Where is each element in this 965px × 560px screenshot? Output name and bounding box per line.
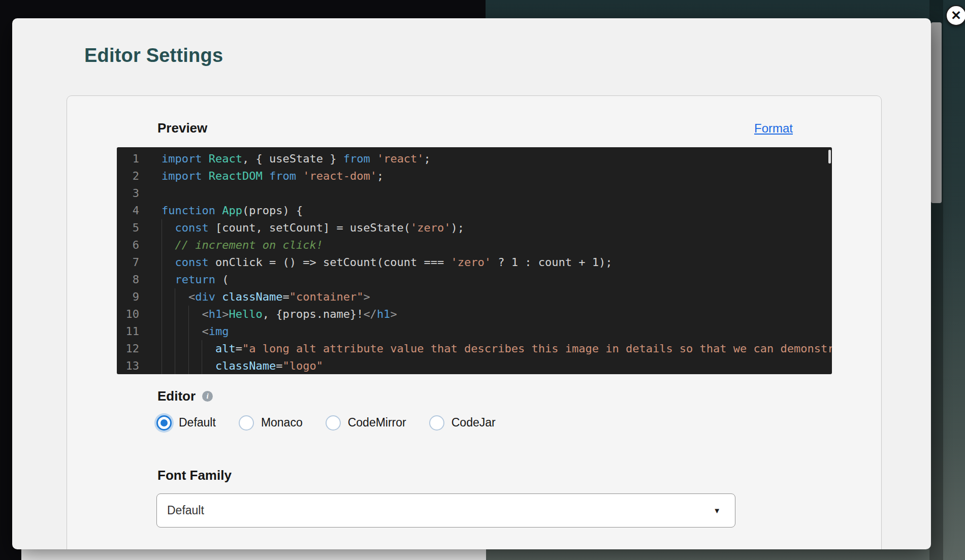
indent-guide: [162, 288, 175, 306]
indent-guide: [175, 323, 188, 340]
indent-guide: [188, 340, 202, 357]
close-icon: ✕: [951, 8, 961, 23]
indent-guide: [202, 357, 215, 374]
radio-unselected-icon[interactable]: [429, 415, 444, 431]
indent-guide: [188, 323, 202, 340]
radio-unselected-icon[interactable]: [326, 415, 341, 431]
indent-guide: [162, 323, 175, 340]
indent-guide: [162, 357, 175, 374]
code-line-1: 1import React, { useState } from 'react'…: [117, 150, 832, 168]
settings-panel: Preview Format 1import React, { useState…: [67, 95, 882, 549]
indent-guide: [162, 237, 175, 254]
page-scrollbar-thumb[interactable]: [931, 22, 942, 203]
code-line-11: 11<img: [117, 323, 832, 340]
indent-guide: [175, 340, 188, 357]
indent-guide: [188, 357, 202, 374]
dropdown-caret-icon: ▼: [713, 506, 721, 515]
line-number: 4: [117, 202, 139, 219]
editor-scrollbar-thumb[interactable]: [828, 150, 831, 163]
code-line-12: 12alt="a long alt attribute value that d…: [117, 340, 832, 357]
indent-guide: [162, 306, 175, 323]
font-family-select[interactable]: Default ▼: [156, 493, 735, 528]
screen: Editor Settings Preview Format 1import R…: [0, 0, 965, 560]
editor-radio-group: DefaultMonacoCodeMirrorCodeJar: [156, 415, 881, 431]
code-line-5: 5const [count, setCount] = useState('zer…: [117, 219, 832, 237]
line-number: 5: [117, 219, 139, 237]
line-number: 3: [117, 185, 139, 202]
code-line-4: 4function App(props) {: [117, 202, 832, 219]
indent-guide: [162, 340, 175, 357]
format-link[interactable]: Format: [754, 121, 793, 136]
indent-guide: [162, 219, 175, 237]
radio-option-codejar[interactable]: CodeJar: [429, 415, 496, 431]
indent-guide: [188, 306, 202, 323]
radio-option-monaco[interactable]: Monaco: [239, 415, 303, 431]
font-family-selected-value: Default: [167, 504, 204, 517]
editor-section-label: Editor: [157, 388, 196, 404]
radio-option-codemirror[interactable]: CodeMirror: [326, 415, 406, 431]
code-line-7: 7const onClick = () => setCount(count ==…: [117, 254, 832, 271]
font-family-label: Font Family: [157, 468, 881, 483]
indent-guide: [175, 306, 188, 323]
page-background-bottom-strip: [21, 549, 486, 560]
radio-option-label: CodeMirror: [348, 416, 406, 430]
indent-guide: [175, 288, 188, 306]
indent-guide: [175, 357, 188, 374]
preview-label: Preview: [157, 120, 207, 136]
line-number: 12: [117, 340, 139, 357]
line-number: 1: [117, 150, 139, 168]
indent-guide: [162, 254, 175, 271]
radio-option-label: Monaco: [261, 416, 303, 430]
code-line-10: 10<h1>Hello, {props.name}!</h1>: [117, 306, 832, 323]
line-number: 2: [117, 168, 139, 185]
code-lines: 1import React, { useState } from 'react'…: [117, 150, 832, 374]
close-button[interactable]: ✕: [946, 5, 965, 26]
line-number: 13: [117, 357, 139, 374]
indent-guide: [162, 271, 175, 288]
radio-option-default[interactable]: Default: [156, 415, 216, 431]
editor-section-header: Editor i: [157, 388, 881, 404]
radio-unselected-icon[interactable]: [239, 415, 254, 431]
code-line-13: 13className="logo": [117, 357, 832, 374]
line-number: 9: [117, 288, 139, 306]
line-number: 11: [117, 323, 139, 340]
modal-title: Editor Settings: [84, 45, 931, 67]
preview-header: Preview Format: [157, 120, 793, 136]
line-number: 10: [117, 306, 139, 323]
radio-option-label: Default: [179, 416, 216, 430]
info-icon[interactable]: i: [202, 391, 213, 402]
radio-selected-icon[interactable]: [156, 415, 172, 431]
editor-settings-modal: Editor Settings Preview Format 1import R…: [12, 18, 931, 549]
line-number: 8: [117, 271, 139, 288]
code-line-6: 6// increment on click!: [117, 237, 832, 254]
radio-option-label: CodeJar: [452, 416, 496, 430]
code-preview-editor[interactable]: 1import React, { useState } from 'react'…: [117, 147, 832, 374]
code-line-9: 9<div className="container">: [117, 288, 832, 306]
line-number: 6: [117, 237, 139, 254]
code-line-8: 8return (: [117, 271, 832, 288]
code-line-2: 2import ReactDOM from 'react-dom';: [117, 168, 832, 185]
code-line-3: 3: [117, 185, 832, 202]
line-number: 7: [117, 254, 139, 271]
indent-guide: [202, 340, 215, 357]
